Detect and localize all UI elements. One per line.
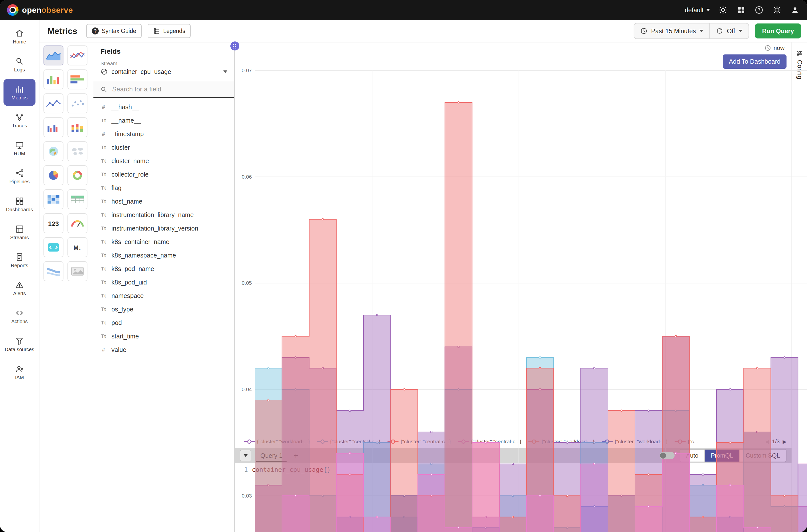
auto-refresh-picker[interactable]: Off xyxy=(709,23,749,38)
syntax-guide-label: Syntax Guide xyxy=(102,28,136,35)
stream-select[interactable]: Stream container_cpu_usage xyxy=(100,60,227,78)
field-item-os_type[interactable]: Ttos_type xyxy=(93,302,234,316)
field-name: namespace xyxy=(111,292,144,300)
sidebar-item-home[interactable]: Home xyxy=(3,23,36,50)
field-type-text-icon: Tt xyxy=(99,293,108,299)
chart-type-sankey[interactable] xyxy=(43,261,63,281)
sidebar-item-metrics[interactable]: Metrics xyxy=(3,79,36,106)
field-item-instrumentation_library_name[interactable]: Ttinstrumentation_library_name xyxy=(93,208,234,222)
field-type-text-icon: Tt xyxy=(99,252,108,258)
panel-drag-handle-icon[interactable] xyxy=(230,41,239,51)
field-item-k8s_namespace_name[interactable]: Ttk8s_namespace_name xyxy=(93,248,234,262)
clock-icon xyxy=(640,27,648,35)
chart-type-scatter[interactable] xyxy=(68,93,88,113)
timeseries-chart[interactable]: 0.000.010.020.030.040.050.060.0720:1620:… xyxy=(235,42,791,435)
page-title: Metrics xyxy=(48,26,77,36)
field-name: start_time xyxy=(111,333,139,340)
svg-text:123: 123 xyxy=(48,220,59,227)
query-toggle[interactable] xyxy=(660,452,675,459)
sidebar-item-alerts[interactable]: Alerts xyxy=(3,275,36,302)
brand-open: open xyxy=(22,5,41,15)
chart-type-area[interactable] xyxy=(43,45,63,65)
sidebar-item-label: IAM xyxy=(15,375,24,380)
fields-panel: Fields Stream container_cpu_usage #__h xyxy=(93,42,235,532)
field-item-k8s_pod_uid[interactable]: Ttk8s_pod_uid xyxy=(93,276,234,289)
auto-refresh-value: Off xyxy=(727,27,735,35)
chart-type-donut[interactable] xyxy=(68,165,88,185)
field-item-flag[interactable]: Ttflag xyxy=(93,181,234,194)
nav-rum-icon xyxy=(15,140,24,150)
refresh-icon xyxy=(716,27,723,35)
sidebar-item-label: Home xyxy=(13,39,26,44)
run-query-button[interactable]: Run Query xyxy=(755,23,801,38)
svg-text:0.04: 0.04 xyxy=(242,386,252,392)
syntax-guide-button[interactable]: ? Syntax Guide xyxy=(86,24,142,38)
field-item-__hash__[interactable]: #__hash__ xyxy=(93,100,234,114)
user-avatar-icon[interactable] xyxy=(790,5,800,15)
field-item-cluster_name[interactable]: Ttcluster_name xyxy=(93,154,234,168)
time-range-picker[interactable]: Past 15 Minutes xyxy=(634,23,709,38)
chart-type-heatmap[interactable] xyxy=(43,189,63,209)
field-item-__name__[interactable]: Tt__name__ xyxy=(93,114,234,127)
chart-type-groupedbar-icon xyxy=(46,122,61,133)
field-item-cluster[interactable]: Ttcluster xyxy=(93,140,234,154)
settings-gear-icon[interactable] xyxy=(772,5,782,15)
chart-type-linealt[interactable] xyxy=(43,93,63,113)
brand[interactable]: openobserve xyxy=(7,4,73,16)
sidebar-item-streams[interactable]: Streams xyxy=(3,219,36,246)
chart-type-groupedbar[interactable] xyxy=(43,117,63,137)
svg-text:0.03: 0.03 xyxy=(242,493,252,498)
field-item-instrumentation_library_version[interactable]: Ttinstrumentation_library_version xyxy=(93,222,234,235)
chart-type-bar[interactable] xyxy=(43,70,63,90)
field-item-pod[interactable]: Ttpod xyxy=(93,316,234,329)
sidebar-item-rum[interactable]: RUM xyxy=(3,135,36,162)
sidebar-item-iam[interactable]: IAM xyxy=(3,359,36,386)
chevron-down-icon xyxy=(223,71,227,73)
sidebar-item-dashboards[interactable]: Dashboards xyxy=(3,191,36,218)
chart-type-gauge[interactable] xyxy=(68,213,88,233)
theme-toggle-icon[interactable] xyxy=(718,5,728,15)
chart-type-stackedbar[interactable] xyxy=(68,117,88,137)
field-item-namespace[interactable]: Ttnamespace xyxy=(93,289,234,302)
field-item-_timestamp[interactable]: #_timestamp xyxy=(93,127,234,140)
sidebar-item-actions[interactable]: Actions xyxy=(3,303,36,330)
stream-icon xyxy=(100,68,108,75)
field-name: cluster_name xyxy=(111,157,149,165)
chart-type-image[interactable] xyxy=(68,261,88,281)
apps-grid-icon[interactable] xyxy=(736,5,746,15)
chart-type-table[interactable] xyxy=(68,189,88,209)
chart-type-linealt-icon xyxy=(46,98,61,109)
page-header: Metrics ? Syntax Guide Legends Past 15 M… xyxy=(39,20,807,42)
chart-type-html[interactable] xyxy=(43,237,63,257)
chart-type-scatter-icon xyxy=(70,98,85,109)
sidebar-item-pipelines[interactable]: Pipelines xyxy=(3,163,36,190)
sidebar-item-logs[interactable]: Logs xyxy=(3,51,36,78)
question-mark-icon: ? xyxy=(92,27,99,35)
chart-type-pie[interactable] xyxy=(43,165,63,185)
org-select[interactable]: default xyxy=(685,6,710,14)
field-name: __hash__ xyxy=(111,103,139,111)
field-item-value[interactable]: #value xyxy=(93,343,234,356)
help-icon[interactable] xyxy=(754,5,764,15)
field-item-host_name[interactable]: Tthost_name xyxy=(93,194,234,208)
chart-type-line[interactable] xyxy=(68,45,88,65)
field-search-input[interactable] xyxy=(111,85,227,94)
sidebar-item-reports[interactable]: Reports xyxy=(3,247,36,274)
chart-type-image-icon xyxy=(70,266,85,277)
chart-type-gauge-icon xyxy=(70,218,85,229)
chart-type-metric[interactable]: 123 xyxy=(43,213,63,233)
chart-type-hbar[interactable] xyxy=(68,70,88,90)
sidebar-item-traces[interactable]: Traces xyxy=(3,107,36,134)
sidebar-item-datasources[interactable]: Data sources xyxy=(3,331,36,358)
nav-dashboards-icon xyxy=(15,196,24,206)
chart-type-markdown[interactable]: M↓ xyxy=(68,237,88,257)
org-select-value: default xyxy=(685,6,703,14)
legends-button[interactable]: Legends xyxy=(148,24,191,38)
field-item-start_time[interactable]: Ttstart_time xyxy=(93,329,234,343)
chart-type-geomap[interactable] xyxy=(43,141,63,162)
field-item-k8s_pod_name[interactable]: Ttk8s_pod_name xyxy=(93,262,234,276)
field-item-k8s_container_name[interactable]: Ttk8s_container_name xyxy=(93,235,234,248)
chart-type-worldmap[interactable] xyxy=(68,141,88,162)
field-type-text-icon: Tt xyxy=(99,266,108,272)
field-item-collector_role[interactable]: Ttcollector_role xyxy=(93,168,234,181)
